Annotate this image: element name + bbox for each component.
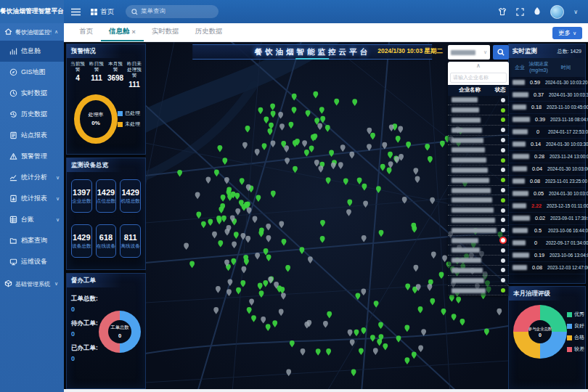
rating-legend: 优秀良好合格较差 <box>567 311 586 353</box>
concentration-value: 0.05 <box>528 190 549 197</box>
sidebar-item-history-data[interactable]: 历史数据 <box>0 104 64 125</box>
chevron-down-icon: ∨ <box>56 196 61 202</box>
company-row[interactable] <box>448 105 509 115</box>
company-row[interactable] <box>448 96 509 106</box>
tabs: 首页信息舱×实时数据历史数据 <box>64 23 231 41</box>
concentration-value: 0.14 <box>526 141 546 147</box>
company-name-redacted <box>513 166 527 171</box>
stat-label: 昨日预警 <box>87 61 106 73</box>
company-row[interactable] <box>448 226 509 236</box>
company-row[interactable] <box>448 245 509 256</box>
collapse-arrow-icon[interactable]: ∧ <box>450 62 507 69</box>
sidebar-item-site-report[interactable]: 站点报表 <box>0 125 64 146</box>
sidebar-item-label: 统计分析 <box>21 173 47 182</box>
tab-realtime-data[interactable]: 实时数据 <box>144 23 187 41</box>
realtime-row[interactable]: 0.282023-11-24 13:00:00 <box>509 151 585 163</box>
realtime-row[interactable]: 0.042024-01-30 10:03:00 <box>509 163 585 176</box>
tab-history-data[interactable]: 历史数据 <box>187 23 231 41</box>
sidebar-group-label: 餐饮油烟监控管理系统 <box>15 28 52 36</box>
company-row[interactable] <box>448 276 509 286</box>
sidebar-group-header[interactable]: 餐饮油烟监控管理系统 ∧ <box>0 23 64 41</box>
close-icon[interactable]: × <box>132 28 136 36</box>
rating-body: 参与企业总数 0 优秀良好合格较差 <box>509 301 585 359</box>
realtime-row[interactable]: 0.372024-01-30 10:03:30 <box>509 89 585 102</box>
company-row[interactable] <box>448 186 509 196</box>
status-dot-gray <box>501 138 505 142</box>
company-name-redacted <box>452 118 481 123</box>
realtime-row[interactable]: 0.082023-12-03 12:47:00 <box>509 262 585 274</box>
company-select[interactable]: ∨ <box>448 45 490 60</box>
concentration-value: 0 <box>526 240 546 246</box>
realtime-row[interactable]: 0.142024-01-30 10:03:30 <box>509 139 585 151</box>
workorder-donut: 工单总数 0 <box>99 311 141 353</box>
device-stat-box: 1429机组总数 <box>120 179 141 213</box>
realtime-row[interactable]: 02024-01-17 22:53:00 <box>509 126 585 139</box>
hamburger-menu-icon[interactable] <box>71 8 81 16</box>
notification-icon[interactable] <box>534 7 541 16</box>
chevron-down-icon[interactable]: ∨ <box>573 9 578 15</box>
fullscreen-icon[interactable] <box>516 8 524 16</box>
dashboard: 餐饮油烟智能监控云平台 2024/1/30 10:03 星期二 预警情况 当前预… <box>64 41 588 392</box>
company-row[interactable] <box>448 145 509 155</box>
company-row[interactable] <box>448 266 509 276</box>
company-row[interactable] <box>448 176 509 186</box>
status-dot-gray <box>501 228 505 232</box>
company-name-input[interactable] <box>450 73 507 83</box>
legend-item: 良好 <box>567 322 584 330</box>
more-button[interactable]: 更多 ∨ <box>552 27 582 39</box>
tab-label: 首页 <box>79 27 93 36</box>
company-row[interactable] <box>448 195 509 205</box>
sidebar-item-gis-map[interactable]: GIS地图 <box>0 62 64 83</box>
sidebar-item-realtime-data[interactable]: 实时数据 <box>0 83 64 104</box>
horizontal-scrollbar[interactable] <box>64 389 588 392</box>
realtime-row[interactable]: 0.022023-09-01 17:39:00 <box>509 213 585 225</box>
tab-home[interactable]: 首页 <box>71 23 101 41</box>
realtime-row[interactable]: 0.192023-10-06 13:04:00 <box>509 250 585 262</box>
company-row[interactable] <box>448 115 509 126</box>
sidebar-item-stat-analysis[interactable]: 统计分析∨ <box>0 167 64 188</box>
sidebar-item-warning-manage[interactable]: 预警管理 <box>0 146 64 167</box>
company-row[interactable] <box>448 256 509 266</box>
sidebar-item-archive-query[interactable]: 档案查询 <box>0 230 64 251</box>
company-row[interactable] <box>448 205 509 216</box>
realtime-row[interactable]: 2.222023-12-15 01:11:00 <box>509 200 585 213</box>
rating-donut: 参与企业总数 0 <box>513 305 567 359</box>
sidebar-item-ledger[interactable]: 台账∨ <box>0 209 64 230</box>
company-dropdown: ∧ 企业名称 状态 <box>448 62 509 295</box>
realtime-row[interactable]: 0.592024-01-30 10:03:20 <box>509 77 585 89</box>
avatar[interactable] <box>550 5 564 19</box>
company-row[interactable] <box>448 155 509 166</box>
tab-info-cabin[interactable]: 信息舱× <box>101 23 144 41</box>
concentration-value: 2.22 <box>526 203 547 209</box>
realtime-row[interactable]: 0.52023-10-06 16:44:00 <box>509 225 585 237</box>
realtime-row[interactable]: 0.392023-11-16 08:04:00 <box>509 114 585 126</box>
theme-icon[interactable] <box>498 7 507 16</box>
breadcrumb-label: 首页 <box>100 7 114 17</box>
sidebar-item-base-system[interactable]: 基础管理系统 ∨ <box>0 275 64 293</box>
device-stat-box: 811离线设备 <box>120 224 141 258</box>
realtime-row[interactable]: 0.052024-01-30 10:03:00 <box>509 188 585 200</box>
sidebar-item-ops-device[interactable]: 运维设备 <box>0 251 64 272</box>
chevron-down-icon: ∨ <box>54 281 60 287</box>
menu-search-input[interactable]: 菜单查询 <box>126 5 219 18</box>
menu-search-placeholder: 菜单查询 <box>141 7 166 16</box>
breadcrumb[interactable]: 首页 <box>91 7 114 17</box>
company-row[interactable] <box>448 286 509 296</box>
company-row[interactable] <box>448 166 509 176</box>
sidebar-item-stat-report[interactable]: 统计报表∨ <box>0 188 64 209</box>
realtime-row[interactable]: 02022-09-17 01:34:00 <box>509 237 585 250</box>
realtime-row[interactable]: 0.082023-11-01 23:25:00 <box>509 176 585 188</box>
company-row[interactable] <box>448 126 509 136</box>
company-row[interactable] <box>448 216 509 226</box>
sidebar-item-label: 基础管理系统 <box>15 280 52 288</box>
company-row[interactable] <box>448 136 509 146</box>
sidebar-item-label: 运维设备 <box>21 257 47 266</box>
status-dot-gray <box>501 98 505 102</box>
company-row[interactable] <box>448 236 509 246</box>
company-search-button[interactable] <box>493 45 509 60</box>
realtime-row[interactable]: 0.182023-11-10 03:45:00 <box>509 102 585 114</box>
sidebar-item-info-cabin[interactable]: 信息舱 <box>0 41 64 62</box>
timestamp: 2024-01-17 22:53:00 <box>548 129 588 134</box>
company-name-redacted <box>452 197 492 203</box>
company-search: ∨ ∧ 企业名称 状态 <box>448 45 509 295</box>
